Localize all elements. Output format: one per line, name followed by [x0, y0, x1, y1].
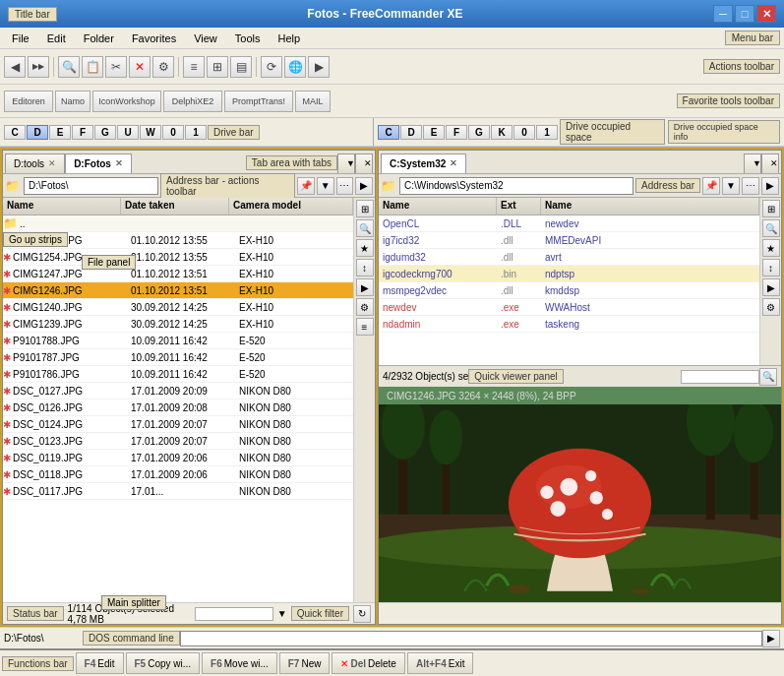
left-addr-btn-4[interactable]: ▶ — [355, 177, 373, 195]
side-btn-5[interactable]: ▶ — [356, 278, 374, 296]
f5-copy-button[interactable]: F5 Copy wi... — [126, 652, 201, 674]
file-row-7[interactable]: ✱ P9101787.JPG 10.09.2011 16:42 E-520 — [3, 349, 353, 366]
col-header-date[interactable]: Date taken — [121, 198, 229, 215]
menu-edit[interactable]: Edit — [39, 31, 74, 46]
right-file-row-5[interactable]: newdev .exe WWAHost — [379, 299, 759, 316]
move-button[interactable]: ✂ — [105, 56, 127, 78]
delphixe2-btn[interactable]: DelphiXE2 — [163, 91, 222, 112]
prompttrans-btn[interactable]: PromptTrans! — [224, 91, 293, 112]
file-row-5[interactable]: ✱ CIMG1239.JPG 30.09.2012 14:25 EX-H10 — [3, 316, 353, 333]
side-btn-1[interactable]: ⊞ — [356, 200, 374, 217]
left-addr-btn-1[interactable]: 📌 — [297, 177, 315, 195]
left-tab-dfotos[interactable]: D:Fotos ✕ — [65, 154, 132, 173]
right-side-btn-2[interactable]: 🔍 — [762, 219, 780, 237]
back-button[interactable]: ◀ — [4, 56, 26, 78]
right-address-input[interactable] — [399, 177, 633, 195]
right-addr-btn-2[interactable]: ▼ — [722, 177, 740, 195]
right-file-row-2[interactable]: igdumd32 .dll avrt — [379, 249, 759, 266]
menu-view[interactable]: View — [186, 31, 225, 46]
file-row-1[interactable]: ✱ CIMG1254.JPG 01.10.2012 13:55 EX-H10 — [3, 249, 353, 266]
drive-f-right[interactable]: F — [446, 125, 467, 140]
drive-d-right[interactable]: D — [400, 125, 422, 140]
file-row-15[interactable]: ✱ DSC_0117.JPG 17.01... NIKON D80 — [3, 483, 353, 500]
f6-move-button[interactable]: F6 Move wi... — [202, 652, 277, 674]
right-file-row-0[interactable]: OpenCL .DLL newdev — [379, 215, 759, 232]
right-addr-btn-1[interactable]: 📌 — [702, 177, 720, 195]
right-tab-system32[interactable]: C:System32 ✕ — [381, 154, 466, 173]
drive-c-right[interactable]: C — [378, 125, 399, 140]
settings-button[interactable]: ⚙ — [152, 56, 174, 78]
right-side-btn-6[interactable]: ⚙ — [762, 298, 780, 316]
dos-input[interactable] — [180, 631, 762, 646]
file-row-3[interactable]: ✱ CIMG1246.JPG 01.10.2012 13:51 EX-H10 — [3, 282, 353, 299]
drive-e-left[interactable]: E — [49, 125, 71, 140]
side-btn-6[interactable]: ⚙ — [356, 298, 374, 316]
side-btn-4[interactable]: ↕ — [356, 259, 374, 277]
col-header-camera[interactable]: Camera model — [229, 198, 353, 215]
ftp-button[interactable]: 🌐 — [284, 56, 306, 78]
left-address-input[interactable] — [24, 177, 158, 195]
right-file-row-4[interactable]: msmpeg2vdec .dll kmddsp — [379, 282, 759, 299]
left-tab-close-panel[interactable]: ✕ — [355, 154, 373, 173]
right-tab-system32-close[interactable]: ✕ — [450, 158, 457, 168]
right-tab-close-panel[interactable]: ✕ — [761, 154, 779, 173]
drive-g-right[interactable]: G — [468, 125, 490, 140]
quick-filter-dropdown[interactable]: ▼ — [277, 608, 287, 619]
close-button[interactable]: ✕ — [756, 5, 776, 23]
file-row-0[interactable]: ✱ CIMG1255.JPG 01.10.2012 13:55 EX-H10 — [3, 232, 353, 249]
sync-button[interactable]: ⟳ — [261, 56, 282, 78]
terminal-button[interactable]: ▶ — [308, 56, 330, 78]
file-row-8[interactable]: ✱ P9101786.JPG 10.09.2011 16:42 E-520 — [3, 366, 353, 383]
right-file-row-6[interactable]: ndadmin .exe taskeng — [379, 316, 759, 333]
right-file-row-1[interactable]: ig7icd32 .dll MMEDevAPI — [379, 232, 759, 249]
drive-0-right[interactable]: 0 — [513, 125, 535, 140]
maximize-button[interactable]: □ — [735, 5, 754, 23]
right-file-list[interactable]: Name Ext Name OpenCL .DLL newdev ig7icd3… — [379, 198, 759, 365]
right-side-btn-4[interactable]: ↕ — [762, 259, 780, 277]
drive-f-left[interactable]: F — [72, 125, 93, 140]
drive-g-left[interactable]: G — [94, 125, 116, 140]
left-tab-dtools-close[interactable]: ✕ — [48, 158, 56, 168]
file-row-9[interactable]: ✱ DSC_0127.JPG 17.01.2009 20:09 NIKON D8… — [3, 383, 353, 399]
viewer-search-btn[interactable]: 🔍 — [759, 368, 777, 386]
right-side-btn-1[interactable]: ⊞ — [762, 200, 780, 217]
copy-button[interactable]: 📋 — [82, 56, 103, 78]
drive-d-left[interactable]: D — [27, 125, 48, 140]
side-btn-3[interactable]: ★ — [356, 239, 374, 257]
del-delete-button[interactable]: ✕ Del Delete — [332, 652, 404, 674]
menu-tools[interactable]: Tools — [227, 31, 269, 46]
drive-k-right[interactable]: K — [491, 125, 513, 140]
menu-folder[interactable]: Folder — [76, 31, 122, 46]
file-row-13[interactable]: ✱ DSC_0119.JPG 17.01.2009 20:06 NIKON D8… — [3, 450, 353, 466]
f4-edit-button[interactable]: F4 Edit — [76, 652, 124, 674]
side-btn-7[interactable]: ≡ — [356, 318, 374, 336]
file-row-parent[interactable]: 📁 .. — [3, 215, 353, 232]
side-btn-2[interactable]: 🔍 — [356, 219, 374, 237]
editoren-btn[interactable]: Editoren — [4, 91, 53, 112]
menu-help[interactable]: Help — [270, 31, 308, 46]
drive-1-right[interactable]: 1 — [536, 125, 558, 140]
right-addr-btn-4[interactable]: ▶ — [761, 177, 779, 195]
search-button[interactable]: 🔍 — [58, 56, 80, 78]
right-side-btn-5[interactable]: ▶ — [762, 278, 780, 296]
right-col-header-name2[interactable]: Name — [541, 198, 759, 215]
drive-w-left[interactable]: W — [140, 125, 161, 140]
file-row-6[interactable]: ✱ P9101788.JPG 10.09.2011 16:42 E-520 — [3, 333, 353, 349]
view-btn-3[interactable]: ▤ — [230, 56, 252, 78]
minimize-button[interactable]: ─ — [713, 5, 733, 23]
left-addr-btn-2[interactable]: ▼ — [317, 177, 334, 195]
drive-u-left[interactable]: U — [117, 125, 139, 140]
drive-1-left[interactable]: 1 — [185, 125, 207, 140]
right-side-btn-3[interactable]: ★ — [762, 239, 780, 257]
right-col-header-ext[interactable]: Ext — [497, 198, 541, 215]
left-addr-btn-3[interactable]: ⋯ — [336, 177, 354, 195]
view-btn-1[interactable]: ≡ — [183, 56, 205, 78]
file-row-11[interactable]: ✱ DSC_0124.JPG 17.01.2009 20:07 NIKON D8… — [3, 416, 353, 433]
left-tab-dropdown[interactable]: ▼ — [337, 154, 355, 173]
left-file-list[interactable]: Name Date taken Camera model File panel … — [3, 198, 353, 602]
col-header-name[interactable]: Name — [3, 198, 121, 215]
right-tab-dropdown[interactable]: ▼ — [744, 154, 761, 173]
namo-btn[interactable]: Namo — [55, 91, 90, 112]
dos-btn[interactable]: ▶ — [762, 630, 780, 647]
drive-e-right[interactable]: E — [423, 125, 445, 140]
